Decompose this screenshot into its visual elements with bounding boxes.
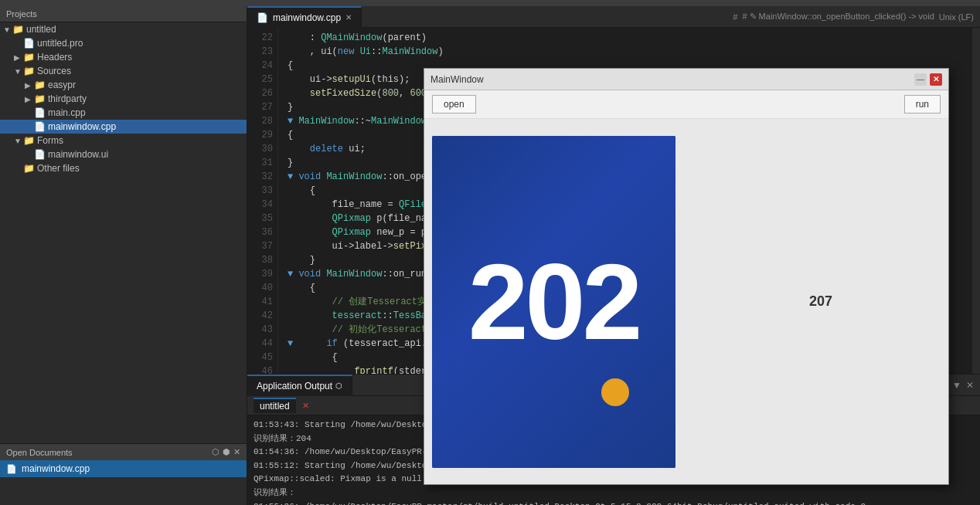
tree-icon: 📄 [34, 149, 48, 160]
popup-title: MainWindow [430, 74, 484, 85]
popup-close-button[interactable]: ✕ [930, 73, 942, 86]
tree-icon: 📄 [23, 38, 37, 49]
tree-label: main.cpp [48, 107, 86, 118]
editor-scrollbar[interactable] [972, 28, 980, 374]
tree-icon: 📁 [23, 52, 37, 63]
open-docs-header: Open Documents ⬡ ⬢ ✕ [0, 444, 247, 460]
output-error-icon: ✕ [302, 401, 309, 411]
line-number-44: 44 [252, 337, 273, 351]
editor-tab-icon: 📄 [257, 12, 268, 23]
tree-icon: 📁 [23, 163, 37, 174]
top-bar [0, 0, 980, 6]
output-tab-label: Application Output [257, 381, 332, 391]
popup-body: 202 207 [424, 119, 948, 484]
plate-dot [601, 378, 629, 406]
tree-icon: 📁 [12, 24, 26, 35]
open-docs-icon2: ⬢ [223, 447, 230, 457]
code-line-22: : QMainWindow(parent) [288, 31, 963, 45]
tree-item-other[interactable]: 📁Other files [0, 161, 247, 175]
mainwindow-popup: MainWindow — ✕ open run 202 207 [424, 68, 949, 485]
tree-arrow: ▼ [14, 67, 23, 76]
line-number-33: 33 [252, 184, 273, 198]
tree-arrow: ▼ [14, 137, 23, 145]
open-docs-icon3: ✕ [233, 447, 240, 457]
tree-icon: 📁 [23, 135, 37, 146]
tree-item-headers[interactable]: ▶📁Headers [0, 50, 247, 64]
editor-tab-bar: 📄 mainwindow.cpp ✕ # # ✎ MainWindow::on_… [247, 6, 980, 28]
line-number-36: 36 [252, 225, 273, 239]
plate-number-text: 202 [468, 239, 640, 364]
run-button[interactable]: run [904, 95, 941, 114]
tree-label: untitled.pro [37, 38, 83, 49]
line-number-41: 41 [252, 295, 273, 309]
editor-tab-mainwindow[interactable]: 📄 mainwindow.cpp ✕ [247, 6, 362, 28]
open-doc-filename: mainwindow.cpp [22, 463, 90, 474]
popup-toolbar: open run [424, 90, 948, 119]
tree-label: mainwindow.ui [48, 149, 108, 160]
open-docs-icons: ⬡ ⬢ ✕ [212, 447, 240, 457]
tree-icon: 📁 [23, 66, 37, 76]
tree-label: mainwindow.cpp [48, 121, 116, 132]
output-tab-icon: ⬡ [335, 381, 342, 390]
open-documents-panel: Open Documents ⬡ ⬢ ✕ 📄 mainwindow.cpp [0, 443, 247, 505]
output-line-7: 识别结果： [254, 486, 974, 500]
file-tree: ▼📁untitled📄untitled.pro▶📁Headers▼📁Source… [0, 22, 247, 443]
tree-icon: 📁 [34, 80, 48, 90]
tree-arrow: ▼ [3, 25, 12, 34]
line-number-30: 30 [252, 142, 273, 156]
tree-item-mainwindow-ui[interactable]: 📄mainwindow.ui [0, 147, 247, 161]
line-number-27: 27 [252, 100, 273, 114]
popup-minimize-button[interactable]: — [914, 73, 927, 86]
line-number-40: 40 [252, 281, 273, 295]
open-docs-icon1: ⬡ [212, 447, 219, 457]
tree-item-thirdparty[interactable]: ▶📁thirdparty [0, 92, 247, 106]
open-doc-item[interactable]: 📄 mainwindow.cpp [0, 460, 247, 477]
line-number-42: 42 [252, 309, 273, 323]
tree-label: Sources [37, 66, 71, 76]
tree-item-untitled-pro[interactable]: 📄untitled.pro [0, 36, 247, 50]
line-number-28: 28 [252, 114, 273, 128]
line-number-46: 46 [252, 364, 273, 374]
line-number-23: 23 [252, 45, 273, 59]
output-tab-application[interactable]: Application Output ⬡ [247, 375, 352, 396]
tree-item-mainwindow-cpp[interactable]: 📄mainwindow.cpp [0, 120, 247, 134]
line-numbers: 2223242526272829303132333435363738394041… [247, 28, 278, 374]
line-number-25: 25 [252, 73, 273, 86]
ocr-result-text: 207 [809, 293, 832, 310]
tree-arrow: ▶ [25, 81, 34, 90]
tree-item-sources[interactable]: ▼📁Sources [0, 64, 247, 78]
editor-tab-close[interactable]: ✕ [345, 13, 352, 22]
open-button[interactable]: open [432, 95, 476, 114]
tab-bar-right: # # ✎ MainWindow::on_openButton_clicked(… [733, 12, 980, 22]
tree-arrow: ▶ [14, 53, 23, 62]
license-plate-image: 202 [432, 136, 675, 468]
code-line-23: , ui(new Ui::MainWindow) [288, 45, 963, 59]
line-number-22: 22 [252, 31, 273, 45]
open-docs-label: Open Documents [6, 448, 73, 457]
sidebar: Projects ▼📁untitled📄untitled.pro▶📁Header… [0, 6, 247, 505]
line-number-34: 34 [252, 198, 273, 212]
tree-icon: 📄 [34, 107, 48, 118]
tree-label: Headers [37, 52, 72, 63]
editor-tab-label: mainwindow.cpp [273, 12, 341, 23]
tree-item-easypr[interactable]: ▶📁easypr [0, 78, 247, 92]
popup-image-area: 202 [424, 119, 794, 484]
line-number-37: 37 [252, 239, 273, 253]
output-sub-tab-untitled[interactable]: untitled [254, 398, 296, 413]
output-line-9: 01:55:36: /home/wu/Desktop/EasyPR-master… [254, 500, 974, 505]
tree-icon: 📁 [34, 93, 48, 104]
tree-label: Forms [37, 135, 63, 146]
tree-label: easypr [48, 80, 76, 90]
tree-item-forms[interactable]: ▼📁Forms [0, 134, 247, 147]
tab-encoding: Unix (LF) [939, 12, 974, 22]
tree-item-untitled-root[interactable]: ▼📁untitled [0, 22, 247, 36]
projects-header: Projects [0, 6, 247, 22]
line-number-24: 24 [252, 59, 273, 73]
line-number-26: 26 [252, 86, 273, 100]
tree-label: untitled [26, 24, 56, 35]
tree-item-main-cpp[interactable]: 📄main.cpp [0, 106, 247, 120]
popup-result-area: 207 [794, 119, 948, 484]
popup-controls: — ✕ [914, 73, 942, 86]
line-number-31: 31 [252, 156, 273, 170]
popup-titlebar: MainWindow — ✕ [424, 69, 948, 90]
